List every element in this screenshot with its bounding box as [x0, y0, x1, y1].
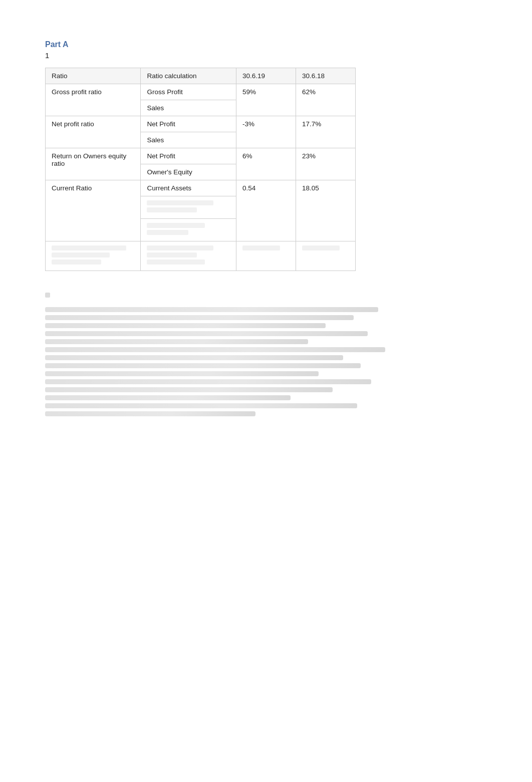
header-col-date2: 30.6.18 [296, 68, 355, 84]
ratio-name-current: Current Ratio [46, 180, 141, 241]
blurred-val1-cell [236, 241, 296, 271]
table-row: Return on Owners equity ratio Net Profit… [46, 148, 356, 164]
calc-gross-top: Gross Profit [141, 84, 236, 100]
part-a-label: Part A [45, 40, 487, 49]
blurred-ratio-cell [46, 241, 141, 271]
section2-number [45, 291, 487, 299]
calc-equity-bottom: Owner's Equity [141, 164, 236, 180]
section1-number: 1 [45, 51, 487, 60]
calc-current-blurred2 [141, 219, 236, 241]
table-row: Current Ratio Current Assets 0.54 18.05 [46, 180, 356, 196]
val-net-1: -3% [236, 116, 296, 148]
header-col-date1: 30.6.19 [236, 68, 296, 84]
blurred-val2-cell [296, 241, 355, 271]
blurred-calc-cell [141, 241, 236, 271]
header-col-calc: Ratio calculation [141, 68, 236, 84]
calc-net-bottom: Sales [141, 132, 236, 148]
calc-gross-bottom: Sales [141, 100, 236, 116]
ratio-table: Ratio Ratio calculation 30.6.19 30.6.18 … [45, 68, 356, 271]
ratio-name-gross: Gross profit ratio [46, 84, 141, 116]
val-current-1: 0.54 [236, 180, 296, 241]
val-current-2: 18.05 [296, 180, 355, 241]
header-col-ratio: Ratio [46, 68, 141, 84]
table-row-blurred [46, 241, 356, 271]
ratio-name-net: Net profit ratio [46, 116, 141, 148]
calc-equity-top: Net Profit [141, 148, 236, 164]
calc-current-top: Current Assets [141, 180, 236, 196]
table-row: Gross profit ratio Gross Profit 59% 62% [46, 84, 356, 100]
blurred-text-block [45, 307, 396, 416]
val-equity-2: 23% [296, 148, 355, 180]
val-gross-1: 59% [236, 84, 296, 116]
val-equity-1: 6% [236, 148, 296, 180]
calc-net-top: Net Profit [141, 116, 236, 132]
ratio-name-equity: Return on Owners equity ratio [46, 148, 141, 180]
table-row: Net profit ratio Net Profit -3% 17.7% [46, 116, 356, 132]
val-net-2: 17.7% [296, 116, 355, 148]
val-gross-2: 62% [296, 84, 355, 116]
table-header-row: Ratio Ratio calculation 30.6.19 30.6.18 [46, 68, 356, 84]
calc-current-blurred [141, 196, 236, 219]
